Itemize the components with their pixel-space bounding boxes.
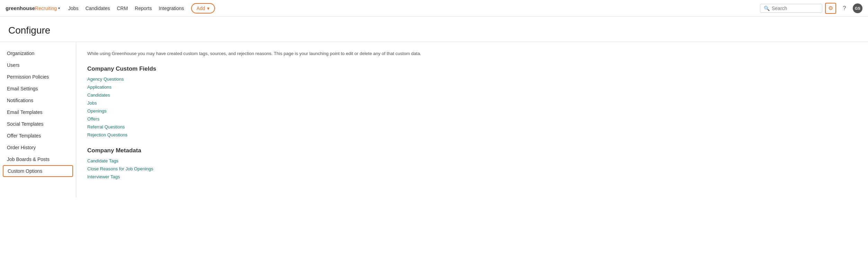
content-area: Organization Users Permission Policies E… — [0, 42, 868, 197]
sidebar-item-organization[interactable]: Organization — [0, 47, 76, 59]
help-icon: ? — [843, 5, 846, 11]
main-content: While using Greenhouse you may have crea… — [76, 42, 868, 197]
sidebar-item-email-templates[interactable]: Email Templates — [0, 106, 76, 118]
sidebar: Organization Users Permission Policies E… — [0, 42, 76, 197]
link-applications[interactable]: Applications — [87, 84, 857, 90]
nav-crm[interactable]: CRM — [117, 6, 128, 11]
nav-right: 🔍 ⚙ ? GS — [760, 3, 862, 14]
company-metadata-title: Company Metadata — [87, 147, 857, 154]
intro-text: While using Greenhouse you may have crea… — [87, 50, 857, 57]
nav-links: Jobs Candidates CRM Reports Integrations… — [68, 3, 760, 14]
sidebar-item-permission-policies[interactable]: Permission Policies — [0, 71, 76, 83]
link-close-reasons[interactable]: Close Reasons for Job Openings — [87, 166, 857, 171]
nav-integrations[interactable]: Integrations — [159, 6, 184, 11]
sidebar-item-job-boards-posts[interactable]: Job Boards & Posts — [0, 153, 76, 165]
page-title: Configure — [8, 25, 860, 36]
nav-jobs[interactable]: Jobs — [68, 6, 79, 11]
logo-recruiting-text: Recruiting — [35, 6, 57, 11]
add-label: Add — [197, 6, 205, 11]
link-agency-questions[interactable]: Agency Questions — [87, 77, 857, 82]
sidebar-item-email-settings[interactable]: Email Settings — [0, 83, 76, 95]
logo-chevron-icon: ▾ — [58, 6, 60, 10]
settings-button[interactable]: ⚙ — [825, 3, 836, 14]
top-navigation: greenhouseRecruiting ▾ Jobs Candidates C… — [0, 0, 868, 17]
logo[interactable]: greenhouseRecruiting ▾ — [6, 5, 60, 11]
sidebar-item-offer-templates[interactable]: Offer Templates — [0, 130, 76, 142]
avatar-initials: GS — [855, 6, 860, 10]
link-jobs[interactable]: Jobs — [87, 100, 857, 106]
company-custom-fields-title: Company Custom Fields — [87, 65, 857, 72]
sidebar-item-social-templates[interactable]: Social Templates — [0, 118, 76, 130]
avatar-button[interactable]: GS — [853, 3, 862, 13]
sidebar-item-notifications[interactable]: Notifications — [0, 95, 76, 106]
search-box[interactable]: 🔍 — [760, 4, 822, 13]
company-metadata-section: Company Metadata Candidate Tags Close Re… — [87, 147, 857, 179]
page-title-area: Configure — [0, 17, 868, 42]
sidebar-item-order-history[interactable]: Order History — [0, 142, 76, 153]
link-openings[interactable]: Openings — [87, 108, 857, 114]
link-referral-questions[interactable]: Referral Questions — [87, 124, 857, 130]
add-chevron-icon: ▾ — [207, 6, 209, 11]
settings-icon: ⚙ — [828, 5, 833, 11]
page-container: Configure Organization Users Permission … — [0, 17, 868, 197]
link-rejection-questions[interactable]: Rejection Questions — [87, 132, 857, 137]
link-candidates[interactable]: Candidates — [87, 92, 857, 98]
sidebar-item-users[interactable]: Users — [0, 59, 76, 71]
nav-candidates[interactable]: Candidates — [86, 6, 110, 11]
nav-reports[interactable]: Reports — [135, 6, 152, 11]
search-icon: 🔍 — [764, 6, 770, 11]
company-custom-fields-section: Company Custom Fields Agency Questions A… — [87, 65, 857, 137]
add-button[interactable]: Add ▾ — [191, 3, 215, 14]
logo-greenhouse-text: greenhouse — [6, 5, 35, 11]
help-button[interactable]: ? — [839, 3, 850, 14]
search-input[interactable] — [772, 6, 813, 11]
link-offers[interactable]: Offers — [87, 116, 857, 122]
sidebar-item-custom-options[interactable]: Custom Options — [3, 165, 73, 177]
link-interviewer-tags[interactable]: Interviewer Tags — [87, 174, 857, 179]
link-candidate-tags[interactable]: Candidate Tags — [87, 158, 857, 163]
